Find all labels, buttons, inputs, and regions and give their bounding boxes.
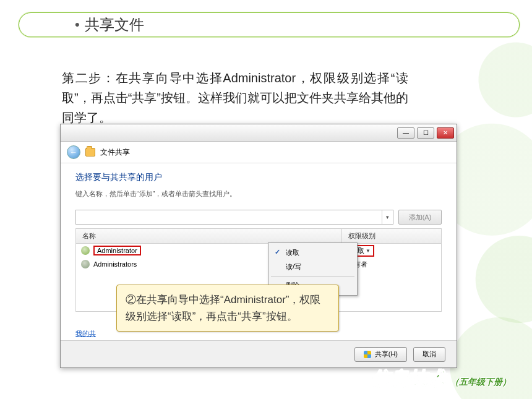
textbook-brand: 信息技术 （五年级下册） (371, 366, 511, 392)
list-header: 名称 权限级别 (75, 228, 442, 244)
shield-icon (364, 351, 371, 358)
help-link[interactable]: 我的共 (75, 329, 96, 338)
wizard-subtext: 键入名称，然后单击“添加”，或者单击箭头查找用户。 (75, 189, 442, 199)
close-button[interactable]: ✕ (437, 127, 454, 139)
annotation-tooltip: ②在共享向导中选择“Administrator”，权限级别选择“读取”，再点击“… (116, 285, 339, 332)
minimize-button[interactable]: — (397, 127, 414, 139)
wizard-header: ← 文件共享 (61, 142, 457, 163)
user-icon (81, 246, 90, 255)
user-name-highlighted: Administrator (93, 246, 141, 255)
window-footer: 共享(H) 取消 (61, 340, 457, 367)
maximize-button[interactable]: ☐ (417, 127, 434, 139)
back-button[interactable]: ← (67, 145, 80, 159)
list-row[interactable]: Administrator 读取 ▼ (76, 244, 441, 257)
menu-item-readwrite[interactable]: 读/写 (270, 260, 356, 274)
cancel-button[interactable]: 取消 (413, 347, 445, 362)
chevron-down-icon: ▼ (366, 248, 371, 254)
window-titlebar: — ☐ ✕ (61, 124, 457, 142)
menu-separator (271, 276, 354, 277)
list-row[interactable]: Administrators 所有者 (76, 257, 441, 271)
slide-title-bar: • 共享文件 (19, 12, 520, 37)
cancel-button-label: 取消 (423, 350, 436, 359)
folder-icon (85, 148, 95, 157)
column-permission: 权限级别 (342, 229, 441, 243)
brand-sub: （五年级下册） (450, 377, 511, 388)
dropdown-arrow-icon[interactable]: ▾ (382, 210, 393, 224)
group-icon (81, 260, 90, 268)
slide-title: 共享文件 (85, 15, 144, 35)
bullet-icon: • (75, 17, 80, 33)
wizard-name: 文件共享 (100, 147, 130, 158)
wizard-heading: 选择要与其共享的用户 (75, 172, 442, 183)
instruction-text: 第二步：在共享向导中选择Administrator，权限级别选择“读取”，再点击… (62, 68, 408, 127)
share-button[interactable]: 共享(H) (354, 347, 407, 362)
user-name: Administrators (93, 260, 137, 268)
column-name: 名称 (76, 229, 342, 243)
add-button[interactable]: 添加(A) (398, 210, 442, 225)
brand-main: 信息技术 (371, 366, 445, 392)
menu-item-read[interactable]: 读取 (270, 246, 356, 260)
user-name-combo[interactable]: ▾ (75, 210, 393, 225)
share-button-label: 共享(H) (375, 350, 398, 359)
